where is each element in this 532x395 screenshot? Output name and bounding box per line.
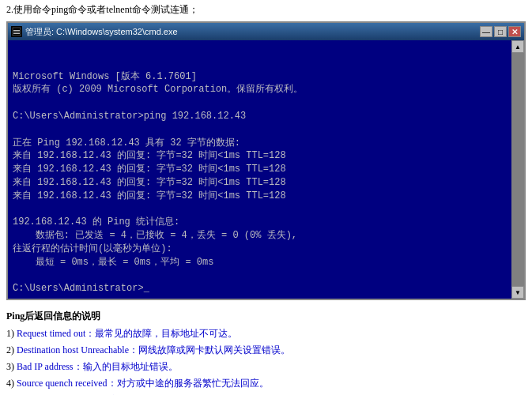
item-number: 4)	[6, 378, 17, 389]
item-number: 1)	[6, 328, 17, 339]
cmd-scroll-down-button[interactable]: ▼	[511, 286, 524, 299]
item-text: Bad IP address：输入的目标地址错误。	[17, 361, 178, 372]
cmd-line: C:\Users\Administrator>_	[13, 282, 507, 295]
ping-info-title: Ping后返回信息的说明	[6, 310, 526, 323]
item-text: Source quench received：对方或中途的服务器繁忙无法回应。	[17, 378, 269, 389]
cmd-titlebar: 管理员: C:\Windows\system32\cmd.exe — □ ✕	[8, 23, 524, 40]
svg-rect-2	[13, 32, 20, 32]
cmd-line	[13, 123, 507, 137]
cmd-line: 版权所有 (c) 2009 Microsoft Corporation。保留所有…	[13, 83, 507, 96]
cmd-maximize-button[interactable]: □	[494, 26, 507, 37]
cmd-body: Microsoft Windows [版本 6.1.7601]版权所有 (c) …	[8, 40, 511, 299]
cmd-title: 管理员: C:\Windows\system32\cmd.exe	[25, 26, 178, 38]
cmd-line: 192.168.12.43 的 Ping 统计信息:	[13, 216, 507, 229]
cmd-line: 来自 192.168.12.43 的回复: 字节=32 时间<1ms TTL=1…	[13, 149, 507, 163]
cmd-line: 往返行程的估计时间(以毫秒为单位):	[13, 243, 507, 256]
cmd-scrollbar: ▲ ▼	[511, 40, 524, 299]
cmd-line: 最短 = 0ms，最长 = 0ms，平均 = 0ms	[13, 256, 507, 269]
item-number: 3)	[6, 361, 17, 372]
cmd-line: Microsoft Windows [版本 6.1.7601]	[13, 70, 507, 84]
cmd-scroll-up-button[interactable]: ▲	[511, 40, 524, 53]
item-text: Destination host Unreachable：网线故障或网卡默认网关…	[17, 344, 290, 356]
cmd-line: 来自 192.168.12.43 的回复: 字节=32 时间<1ms TTL=1…	[13, 190, 507, 203]
cmd-window: 管理员: C:\Windows\system32\cmd.exe — □ ✕ M…	[6, 21, 526, 300]
cmd-body-container: Microsoft Windows [版本 6.1.7601]版权所有 (c) …	[8, 40, 511, 299]
cmd-line: 来自 192.168.12.43 的回复: 字节=32 时间<1ms TTL=1…	[13, 176, 507, 190]
cmd-minimize-button[interactable]: —	[480, 26, 492, 37]
cmd-line	[13, 96, 507, 110]
cmd-wrapper: Microsoft Windows [版本 6.1.7601]版权所有 (c) …	[8, 40, 524, 299]
item-text: Request timed out：最常见的故障，目标地址不可达。	[17, 328, 237, 339]
cmd-line	[13, 269, 507, 283]
cmd-line: 正在 Ping 192.168.12.43 具有 32 字节的数据:	[13, 137, 507, 150]
ping-items-container: 1) Request timed out：最常见的故障，目标地址不可达。2) D…	[6, 326, 526, 395]
top-instruction: 2.使用命令ping命令或者telnent命令测试连通；	[0, 0, 532, 21]
ping-item: 2) Destination host Unreachable：网线故障或网卡默…	[6, 343, 526, 357]
cmd-scroll-track	[511, 53, 524, 286]
svg-rect-1	[13, 30, 20, 31]
cmd-line	[13, 203, 507, 216]
cmd-line: C:\Users\Administrator>ping 192.168.12.4…	[13, 110, 507, 123]
cmd-line: 数据包: 已发送 = 4，已接收 = 4，丢失 = 0 (0% 丢失),	[13, 229, 507, 243]
cmd-line: 来自 192.168.12.43 的回复: 字节=32 时间<1ms TTL=1…	[13, 163, 507, 176]
cmd-titlebar-left: 管理员: C:\Windows\system32\cmd.exe	[11, 26, 178, 38]
ping-item: 1) Request timed out：最常见的故障，目标地址不可达。	[6, 326, 526, 340]
cmd-close-button[interactable]: ✕	[508, 26, 521, 37]
item-number: 2)	[6, 344, 17, 356]
cmd-icon	[11, 26, 22, 37]
ping-item: 4) Source quench received：对方或中途的服务器繁忙无法回…	[6, 376, 526, 390]
svg-rect-3	[13, 33, 20, 34]
cmd-titlebar-buttons: — □ ✕	[480, 26, 521, 37]
ping-info-section: Ping后返回信息的说明 1) Request timed out：最常见的故障…	[0, 307, 532, 395]
ping-item: 3) Bad IP address：输入的目标地址错误。	[6, 359, 526, 374]
